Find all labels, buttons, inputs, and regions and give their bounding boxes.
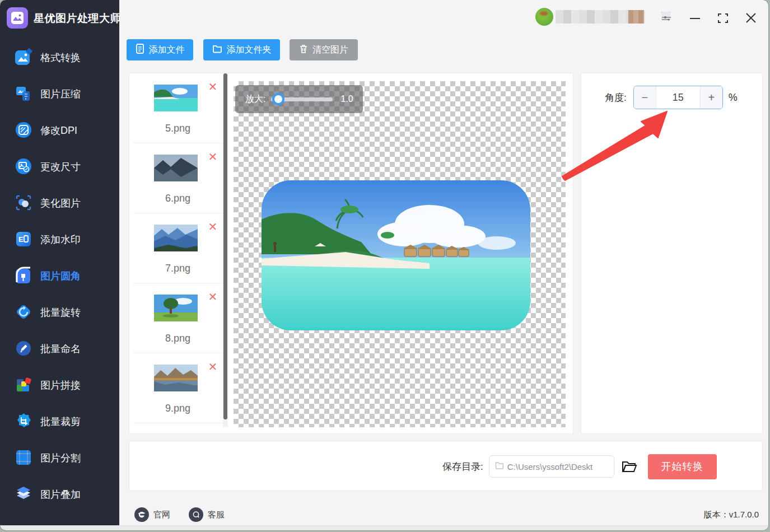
file-name: 8.png xyxy=(133,333,223,344)
list-item[interactable]: 7.png ✕ xyxy=(133,213,223,283)
preview-image-rounded xyxy=(262,180,530,330)
sidebar-item-label: 图片圆角 xyxy=(40,269,81,283)
save-row: 保存目录: 开始转换 xyxy=(442,452,717,480)
browse-folder-icon[interactable] xyxy=(621,459,638,474)
file-name: 7.png xyxy=(133,263,223,274)
angle-label: 角度: xyxy=(605,91,627,104)
compress-icon xyxy=(13,83,34,104)
decrease-angle-button[interactable]: − xyxy=(634,86,656,109)
sidebar-item-dpi[interactable]: 修改DPI xyxy=(0,112,119,148)
sidebar-item-label: 批量裁剪 xyxy=(40,415,81,428)
sidebar-item-label: 图片分割 xyxy=(40,451,81,465)
sidebar-item-compress[interactable]: 图片压缩 xyxy=(0,76,119,112)
avatar[interactable] xyxy=(535,8,553,26)
settings-panel xyxy=(581,73,763,434)
sidebar-item-label: 添加水印 xyxy=(40,233,81,246)
minimize-button[interactable] xyxy=(688,11,702,25)
angle-input[interactable] xyxy=(656,86,700,109)
sidebar-item-label: 图片叠加 xyxy=(40,488,81,501)
thumbnail-autumn-lake xyxy=(154,365,198,391)
angle-row: 角度: − + % xyxy=(605,85,762,110)
list-item[interactable]: 6.png ✕ xyxy=(133,143,223,213)
clear-images-button[interactable]: 清空图片 xyxy=(290,39,358,60)
folder-icon xyxy=(212,44,222,55)
watermark-icon: E xyxy=(13,229,34,249)
sidebar-item-crop[interactable]: 批量裁剪 xyxy=(0,403,119,440)
zoom-slider-thumb[interactable] xyxy=(272,93,284,105)
list-item[interactable]: 5.png ✕ xyxy=(133,73,223,143)
sidebar-item-resize[interactable]: 更改尺寸 xyxy=(0,148,119,185)
thumbnail-beach xyxy=(154,85,198,111)
file-name: 6.png xyxy=(133,193,223,204)
folder-small-icon xyxy=(495,461,504,472)
sidebar-item-label: 美化图片 xyxy=(40,197,81,210)
thumbnail-mountain-lake xyxy=(154,155,198,181)
beautify-icon xyxy=(13,193,34,213)
start-convert-button[interactable]: 开始转换 xyxy=(648,454,717,479)
add-folder-label: 添加文件夹 xyxy=(227,44,272,56)
save-dir-input[interactable] xyxy=(507,462,607,472)
file-name: 5.png xyxy=(133,123,223,134)
format-convert-icon xyxy=(13,47,34,67)
app-logo-icon xyxy=(7,7,28,29)
chat-bubble-icon xyxy=(189,507,203,522)
official-website-label: 官网 xyxy=(153,510,170,520)
sidebar-item-overlay[interactable]: 图片叠加 xyxy=(0,476,119,512)
delete-file-icon[interactable]: ✕ xyxy=(207,81,218,92)
zoom-value: 1.0 xyxy=(340,94,353,104)
sidebar-item-stitch[interactable]: 图片拼接 xyxy=(0,367,119,403)
crop-icon xyxy=(13,411,34,431)
sidebar-item-split[interactable]: 图片分割 xyxy=(0,440,119,476)
sidebar-item-label: 修改DPI xyxy=(40,124,77,137)
list-item[interactable]: 8.png ✕ xyxy=(133,283,223,353)
file-name: 9.png xyxy=(133,403,223,414)
sidebar-item-rename[interactable]: 批量命名 xyxy=(0,330,119,367)
customer-service-link[interactable]: 客服 xyxy=(189,507,225,522)
sidebar-item-rotate[interactable]: 批量旋转 xyxy=(0,294,119,330)
file-list-scrollbar[interactable] xyxy=(223,73,228,427)
sidebar-item-round-corner[interactable]: 图片圆角 xyxy=(0,258,119,294)
username-redacted xyxy=(556,10,645,24)
rotate-icon xyxy=(13,302,34,322)
sidebar-item-format-convert[interactable]: 格式转换 xyxy=(0,39,119,76)
delete-file-icon[interactable]: ✕ xyxy=(207,221,218,232)
zoom-label: 放大: xyxy=(245,94,265,105)
sidebar-item-label: 格式转换 xyxy=(40,51,81,64)
split-icon xyxy=(13,447,34,468)
save-dir-field xyxy=(489,455,614,478)
list-item[interactable]: 9.png ✕ xyxy=(133,353,223,423)
sidebar-item-watermark[interactable]: E 添加水印 xyxy=(0,221,119,258)
angle-unit: % xyxy=(729,92,738,104)
add-file-button[interactable]: 添加文件 xyxy=(127,39,193,60)
clear-images-label: 清空图片 xyxy=(312,44,348,56)
thumbnail-blue-mountains xyxy=(154,225,198,251)
zoom-slider-track[interactable] xyxy=(271,97,333,101)
preview-canvas: 放大: 1.0 xyxy=(234,81,566,427)
thumbnail-tree-field xyxy=(154,295,198,321)
sidebar-item-beautify[interactable]: 美化图片 xyxy=(0,185,119,221)
increase-angle-button[interactable]: + xyxy=(700,86,722,109)
add-folder-button[interactable]: 添加文件夹 xyxy=(203,39,280,60)
maximize-button[interactable] xyxy=(716,11,730,25)
rename-icon xyxy=(13,338,34,358)
delete-file-icon[interactable]: ✕ xyxy=(207,291,218,302)
file-icon xyxy=(136,44,144,56)
overlay-icon xyxy=(13,484,34,504)
zoom-slider-bar: 放大: 1.0 xyxy=(235,85,363,113)
sidebar: 星优图片处理大师 格式转换 图片压缩 修改DPI 更改尺寸 xyxy=(0,0,119,530)
scrollbar-thumb[interactable] xyxy=(223,73,227,419)
close-button[interactable] xyxy=(744,11,758,25)
app-title: 星优图片处理大师 xyxy=(34,11,121,26)
resize-icon xyxy=(13,156,34,176)
sidebar-item-label: 更改尺寸 xyxy=(40,160,81,174)
sidebar-item-label: 批量命名 xyxy=(40,342,81,356)
delete-file-icon[interactable]: ✕ xyxy=(207,361,218,372)
file-list: 5.png ✕ 6.png ✕ 7.png ✕ 8.png ✕ xyxy=(133,73,223,427)
delete-file-icon[interactable]: ✕ xyxy=(207,151,218,162)
window-bottom-edge xyxy=(0,525,768,530)
official-website-link[interactable]: 官网 xyxy=(134,507,170,522)
angle-stepper: − + xyxy=(633,86,723,109)
preferences-sliders-icon[interactable] xyxy=(660,10,673,24)
website-e-icon xyxy=(134,507,149,522)
sidebar-item-label: 图片压缩 xyxy=(40,87,81,101)
